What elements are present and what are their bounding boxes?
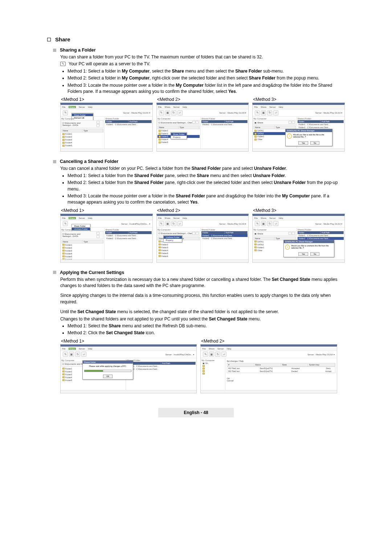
cancelling-method-1: Method 1: Select a folder from the Share… bbox=[68, 173, 345, 179]
applying-screenshot-row: <Method 1> SAMSUNG PC Share Manager— ▢ ✕… bbox=[60, 339, 345, 393]
cancelling-methods-list: Method 1: Select a folder from the Share… bbox=[68, 173, 345, 206]
applying-p3: Until the Set Changed State menu is sele… bbox=[60, 309, 345, 315]
sharing-screenshot-2: <Method 2> SAMSUNG PC Share Manager— ▢ ✕… bbox=[156, 97, 249, 152]
deny-button[interactable]: Deny bbox=[323, 367, 334, 369]
square-bullet-icon bbox=[53, 49, 56, 52]
screenshot: SAMSUNG PC Share Manager— ▢ ✕ FileShareS… bbox=[156, 103, 249, 152]
sharing-screenshot-row: <Method 1> SAMSUNG PC Share Manager— ▢ ✕… bbox=[60, 97, 345, 152]
applying-method-2: Method 2: Click the Set Changed State ic… bbox=[68, 330, 345, 336]
warning-icon: ! bbox=[287, 134, 291, 139]
screenshot: SAMSUNG PC Share Manager— ▢ ✕ FileShareS… bbox=[60, 344, 197, 393]
yes-button[interactable]: Yes bbox=[298, 252, 308, 256]
cancelling-method-2: Method 2: Select a folder from the Share… bbox=[68, 180, 345, 192]
note-icon: ✎ bbox=[60, 62, 66, 66]
screenshot: SAMSUNG PC Share Manager— ▢ ✕ FileShareS… bbox=[252, 214, 345, 263]
section-title-text: Share bbox=[55, 36, 70, 42]
server-selector: Server : Media Play DLNA ▾ bbox=[123, 111, 150, 114]
cancel-screenshot-2: <Method 2> SAMSUNG PC Share Manager— ▢ ✕… bbox=[156, 208, 249, 263]
cancelling-intro: You can cancel a shared folder on your P… bbox=[60, 165, 345, 172]
cancel-screenshot-1: <Method 1> SAMSUNG PC Share Manager— ▢ ✕… bbox=[60, 208, 153, 263]
box-bullet-icon bbox=[47, 38, 51, 41]
screenshot: SAMSUNG PC Share Manager— ▢ ✕ FileShareS… bbox=[156, 214, 249, 263]
applying-p1: Perform this when synchronization is nec… bbox=[60, 277, 345, 289]
progress-dialog: Shared folder Please wait while applying… bbox=[82, 360, 133, 380]
applying-methods-list: Method 1: Select the Share menu and sele… bbox=[68, 323, 345, 336]
context-menu: Share Folder Property bbox=[171, 132, 187, 139]
confirm-dialog: SAMSUNG PC Share Manager !Would you like… bbox=[285, 129, 332, 146]
confirm-dialog: SAMSUNG PC Share Manager !Would you like… bbox=[283, 240, 334, 257]
page-footer: English - 48 bbox=[47, 408, 345, 417]
sharing-method-1: Method 1: Select a folder in My Computer… bbox=[68, 68, 345, 74]
subheading-sharing: Sharing a Folder bbox=[53, 48, 345, 53]
sharing-screenshot-1: <Method 1> SAMSUNG PC Share Manager— ▢ ✕… bbox=[60, 97, 153, 152]
accept-button[interactable]: Accept bbox=[323, 370, 334, 372]
sharing-method-2: Method 2: Select a folder in My Computer… bbox=[68, 75, 345, 81]
screenshot: SAMSUNG PC Share Manager— ▢ ✕ FileShareS… bbox=[252, 103, 345, 152]
cancel-screenshot-3: <Method 3> SAMSUNG PC Share Manager— ▢ ✕… bbox=[252, 208, 345, 263]
square-bullet-icon bbox=[53, 271, 56, 274]
cancelling-screenshot-row: <Method 1> SAMSUNG PC Share Manager— ▢ ✕… bbox=[60, 208, 345, 263]
sharing-screenshot-3: <Method 3> SAMSUNG PC Share Manager— ▢ ✕… bbox=[252, 97, 345, 152]
warning-icon: ! bbox=[285, 245, 290, 250]
cancelling-method-3: Method 3: Locate the mouse pointer over … bbox=[68, 193, 345, 206]
sharing-note: ✎ Your PC will operate as a server to th… bbox=[60, 61, 345, 67]
applying-method-1: Method 1: Select the Share menu and sele… bbox=[68, 323, 345, 329]
square-bullet-icon bbox=[53, 160, 56, 163]
applying-p2: Since applying changes to the internal d… bbox=[60, 292, 345, 305]
sharing-intro: You can share a folder from your PC to t… bbox=[60, 54, 345, 60]
ok-button[interactable]: OK bbox=[103, 375, 113, 378]
screenshot: SAMSUNG PC Share Manager— ▢ ✕ FileShareS… bbox=[200, 344, 337, 393]
no-button[interactable]: No bbox=[310, 141, 319, 145]
section-title: Share bbox=[47, 36, 345, 42]
context-menu: Unshare Folder Property bbox=[163, 235, 182, 242]
subheading-applying: Applying the Current Settings bbox=[53, 270, 345, 275]
subheading-cancelling: Cancelling a Shared Folder bbox=[53, 159, 345, 164]
applying-screenshot-1: <Method 1> SAMSUNG PC Share Manager— ▢ ✕… bbox=[60, 339, 197, 393]
screenshot: SAMSUNG PC Share Manager— ▢ ✕ File Share… bbox=[60, 103, 153, 152]
cancel-button[interactable]: Cancel bbox=[227, 380, 335, 382]
sharing-methods-list: Method 1: Select a folder in My Computer… bbox=[68, 68, 345, 95]
screenshot: SAMSUNG PC Share Manager— ▢ ✕ File Share… bbox=[60, 214, 153, 263]
no-button[interactable]: No bbox=[310, 252, 319, 256]
applying-p4: Changes to the shared folders are not ap… bbox=[60, 316, 345, 322]
applying-screenshot-2: <Method 2> SAMSUNG PC Share Manager— ▢ ✕… bbox=[200, 339, 337, 393]
sharing-method-3: Method 3: Locate the mouse pointer over … bbox=[68, 82, 345, 95]
yes-button[interactable]: Yes bbox=[298, 141, 308, 145]
